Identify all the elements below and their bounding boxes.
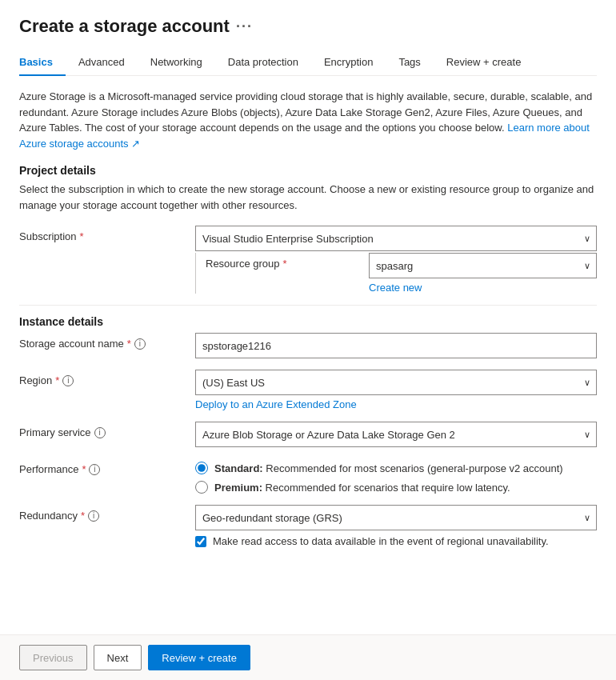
redundancy-info-icon[interactable]: i — [88, 510, 99, 522]
tab-advanced[interactable]: Advanced — [66, 50, 138, 76]
create-new-link[interactable]: Create new — [369, 282, 422, 294]
deploy-link[interactable]: Deploy to an Azure Extended Zone — [195, 398, 357, 410]
resource-group-control: spasarg ∨ Create new — [369, 253, 597, 294]
performance-required: * — [82, 463, 86, 475]
region-control: (US) East US ∨ Deploy to an Azure Extend… — [195, 370, 597, 410]
performance-premium-label: Premium: Recommended for scenarios that … — [214, 482, 510, 494]
review-create-button[interactable]: Review + create — [148, 645, 250, 670]
performance-label: Performance * i — [19, 458, 195, 475]
storage-account-row: Storage account name * i — [19, 333, 597, 358]
redundancy-row: Redundancy * i Geo-redundant storage (GR… — [19, 505, 597, 547]
subscription-label: Subscription * — [19, 226, 195, 242]
instance-details-title: Instance details — [19, 315, 597, 328]
performance-row: Performance * i Standard: Recommended fo… — [19, 458, 597, 494]
primary-service-row: Primary service i Azure Blob Storage or … — [19, 422, 597, 447]
tab-encryption[interactable]: Encryption — [311, 50, 386, 76]
region-info-icon[interactable]: i — [62, 375, 74, 386]
tab-basics[interactable]: Basics — [19, 50, 66, 76]
performance-premium-radio[interactable] — [195, 481, 208, 494]
redundancy-checkbox-label: Make read access to data available in th… — [213, 535, 549, 547]
resource-group-label: Resource group * — [206, 253, 369, 270]
next-button[interactable]: Next — [94, 645, 142, 670]
tab-tags[interactable]: Tags — [386, 50, 433, 76]
page-title: Create a storage account — [19, 16, 230, 37]
performance-info-icon[interactable]: i — [89, 464, 100, 475]
external-link-icon: ↗ — [131, 138, 140, 150]
subscription-select[interactable]: Visual Studio Enterprise Subscription — [195, 226, 597, 251]
performance-radio-group: Standard: Recommended for most scenarios… — [195, 458, 597, 494]
primary-service-info-icon[interactable]: i — [94, 427, 106, 438]
subscription-control: Visual Studio Enterprise Subscription ∨ — [195, 226, 597, 251]
resource-group-select[interactable]: spasarg — [369, 253, 597, 278]
performance-standard-option[interactable]: Standard: Recommended for most scenarios… — [195, 462, 597, 474]
region-row: Region * i (US) East US ∨ Deploy to an A… — [19, 370, 597, 410]
region-select[interactable]: (US) East US — [195, 370, 597, 395]
previous-button[interactable]: Previous — [19, 645, 87, 670]
tab-review-create[interactable]: Review + create — [434, 50, 534, 76]
primary-service-control: Azure Blob Storage or Azure Data Lake St… — [195, 422, 597, 447]
redundancy-checkbox[interactable] — [195, 536, 206, 547]
redundancy-checkbox-row[interactable]: Make read access to data available in th… — [195, 535, 597, 547]
storage-account-info-icon[interactable]: i — [134, 338, 146, 350]
tab-networking[interactable]: Networking — [138, 50, 215, 76]
footer-bar: Previous Next Review + create — [0, 634, 616, 680]
page-title-ellipsis: ··· — [236, 18, 253, 35]
primary-service-label: Primary service i — [19, 422, 195, 438]
redundancy-label: Redundancy * i — [19, 505, 195, 522]
storage-account-input[interactable] — [195, 333, 597, 358]
performance-control: Standard: Recommended for most scenarios… — [195, 458, 597, 494]
performance-premium-option[interactable]: Premium: Recommended for scenarios that … — [195, 481, 597, 494]
storage-account-control — [195, 333, 597, 358]
tab-data-protection[interactable]: Data protection — [215, 50, 311, 76]
tab-bar: Basics Advanced Networking Data protecti… — [19, 50, 597, 76]
storage-account-required: * — [127, 338, 131, 350]
project-details-title: Project details — [19, 164, 597, 177]
resource-group-required: * — [283, 258, 287, 270]
performance-standard-label: Standard: Recommended for most scenarios… — [214, 462, 563, 474]
region-label: Region * i — [19, 370, 195, 386]
performance-standard-radio[interactable] — [195, 462, 208, 474]
redundancy-select[interactable]: Geo-redundant storage (GRS) — [195, 505, 597, 530]
redundancy-required: * — [81, 510, 85, 522]
redundancy-control: Geo-redundant storage (GRS) ∨ Make read … — [195, 505, 597, 547]
subscription-row: Subscription * Visual Studio Enterprise … — [19, 226, 597, 251]
subscription-required: * — [80, 230, 84, 242]
storage-account-label: Storage account name * i — [19, 333, 195, 350]
project-details-desc: Select the subscription in which to crea… — [19, 182, 597, 213]
region-required: * — [55, 374, 59, 386]
primary-service-select[interactable]: Azure Blob Storage or Azure Data Lake St… — [195, 422, 597, 447]
description-text: Azure Storage is a Microsoft-managed ser… — [19, 89, 597, 151]
